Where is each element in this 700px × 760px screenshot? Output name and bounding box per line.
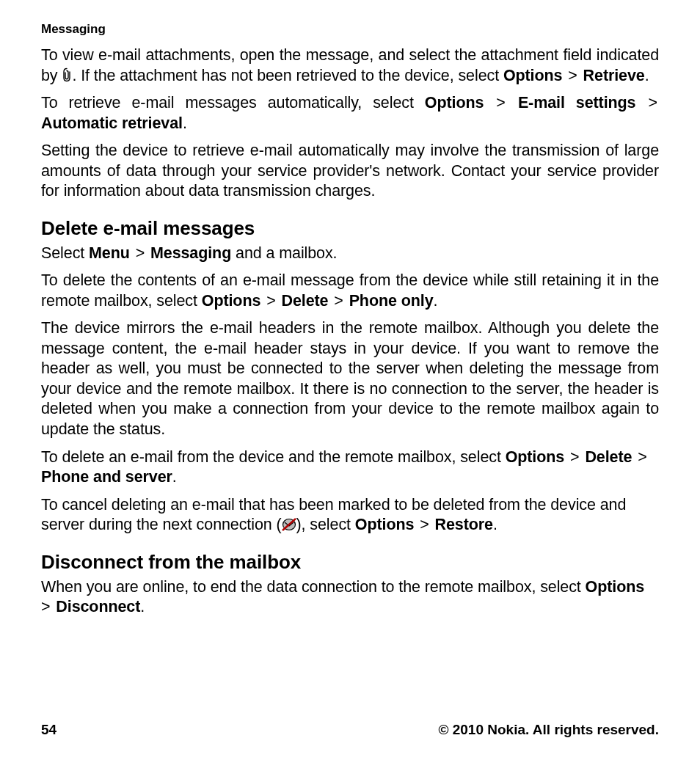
breadcrumb-sep: >	[562, 67, 583, 84]
ui-path-email-settings: E-mail settings	[518, 94, 636, 112]
breadcrumb-sep: >	[328, 292, 349, 310]
copyright: © 2010 Nokia. All rights reserved.	[438, 722, 659, 738]
breadcrumb-sep: >	[130, 244, 150, 262]
paragraph-select-mailbox: Select Menu > Messaging and a mailbox.	[41, 244, 659, 264]
ui-path-delete: Delete	[281, 292, 328, 310]
breadcrumb-sep: >	[632, 448, 648, 466]
page-footer: 54 © 2010 Nokia. All rights reserved.	[41, 707, 659, 738]
ui-path-menu: Menu	[89, 244, 130, 262]
text: .	[493, 516, 497, 533]
ui-path-phone-and-server: Phone and server	[41, 468, 172, 486]
paragraph-delete-phone-server: To delete an e-mail from the device and …	[41, 447, 659, 488]
paragraph-attachments: To view e-mail attachments, open the mes…	[41, 45, 659, 86]
paragraph-autoretrieve: To retrieve e-mail messages automaticall…	[41, 93, 659, 134]
breadcrumb-sep: >	[564, 448, 585, 466]
breadcrumb-sep: >	[414, 516, 434, 533]
breadcrumb-sep: >	[635, 94, 659, 112]
ui-path-automatic-retrieval: Automatic retrieval	[41, 114, 183, 132]
heading-delete-email: Delete e-mail messages	[41, 216, 659, 241]
ui-path-options: Options	[202, 292, 261, 310]
text: .	[183, 114, 187, 132]
page-body: To view e-mail attachments, open the mes…	[41, 45, 659, 707]
text: .	[645, 67, 649, 84]
text: . If the attachment has not been retriev…	[72, 67, 503, 84]
paragraph-disconnect: When you are online, to end the data con…	[41, 577, 659, 618]
ui-path-options: Options	[586, 578, 645, 596]
ui-path-phone-only: Phone only	[349, 292, 434, 310]
text: .	[140, 598, 145, 615]
paragraph-header-mirror: The device mirrors the e-mail headers in…	[41, 318, 659, 439]
ui-path-messaging: Messaging	[150, 244, 231, 262]
ui-path-retrieve: Retrieve	[583, 67, 645, 84]
text: To delete an e-mail from the device and …	[41, 448, 506, 466]
text: When you are online, to end the data con…	[41, 578, 586, 596]
ui-path-disconnect: Disconnect	[56, 598, 140, 615]
ui-path-options: Options	[506, 448, 565, 466]
deleted-mail-icon	[282, 518, 296, 531]
ui-path-delete: Delete	[585, 448, 632, 466]
manual-page: Messaging To view e-mail attachments, op…	[0, 0, 700, 760]
paragraph-restore: To cancel deleting an e-mail that has be…	[41, 495, 659, 536]
ui-path-options: Options	[355, 516, 415, 533]
ui-path-options: Options	[503, 67, 563, 84]
running-header: Messaging	[41, 22, 659, 37]
page-number: 54	[41, 722, 56, 738]
text: and a mailbox.	[231, 244, 337, 262]
heading-disconnect: Disconnect from the mailbox	[41, 550, 659, 574]
breadcrumb-sep: >	[484, 94, 518, 112]
paragraph-delete-phone-only: To delete the contents of an e-mail mess…	[41, 271, 659, 311]
paragraph-data-warning: Setting the device to retrieve e-mail au…	[41, 141, 659, 202]
text: .	[434, 292, 438, 310]
ui-path-options: Options	[425, 94, 484, 112]
text: To retrieve e-mail messages automaticall…	[41, 94, 425, 112]
text: Select	[41, 244, 89, 262]
breadcrumb-sep: >	[260, 292, 281, 310]
text: .	[172, 468, 177, 486]
attachment-icon	[62, 67, 72, 82]
ui-path-restore: Restore	[435, 516, 493, 533]
text: ), select	[296, 516, 355, 533]
